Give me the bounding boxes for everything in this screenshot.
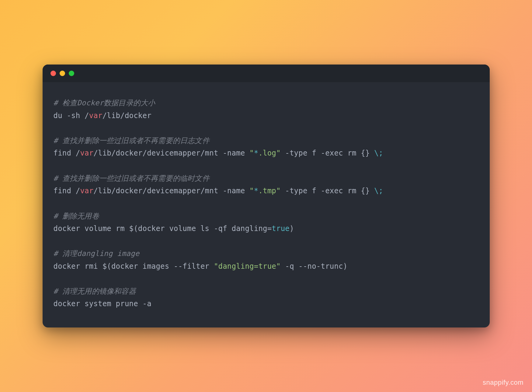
code-text: docker volume ls -qf dangling= (138, 224, 272, 233)
code-text: docker rmi (54, 262, 103, 271)
code-text: docker system prune -a (54, 299, 151, 308)
code-text: -type f -exec rm {} (281, 149, 374, 157)
code-comment: # 清理无用的镜像和容器 (54, 287, 136, 296)
code-text: find / (54, 149, 80, 157)
code-text: -q --no-trunc (281, 262, 343, 271)
code-var: var (80, 149, 93, 157)
code-paren: $( (129, 224, 138, 233)
close-icon[interactable] (50, 71, 56, 76)
minimize-icon[interactable] (60, 71, 65, 76)
code-text: -type f -exec rm {} (281, 187, 374, 195)
code-text: docker volume rm (54, 224, 129, 233)
code-var: var (80, 187, 93, 195)
window-titlebar (43, 65, 490, 82)
code-comment: # 查找并删除一些过旧或者不再需要的临时文件 (54, 174, 210, 183)
code-comment: # 查找并删除一些过旧或者不再需要的日志文件 (54, 136, 210, 145)
maximize-icon[interactable] (69, 71, 74, 76)
code-text: find / (54, 187, 80, 195)
code-string: * (254, 187, 259, 195)
code-string: " (249, 149, 254, 157)
code-text: docker images --filter (111, 262, 214, 271)
code-string: " (249, 187, 254, 195)
code-text: /lib/docker/devicemapper/mnt -name (93, 187, 249, 195)
code-string: .tmp" (258, 187, 280, 195)
code-paren: ) (290, 224, 294, 233)
code-block: # 检查Docker数据目录的大小 du -sh /var/lib/docker… (43, 82, 490, 327)
code-window: # 检查Docker数据目录的大小 du -sh /var/lib/docker… (43, 65, 490, 327)
code-escape: \; (374, 149, 383, 157)
code-escape: \; (374, 187, 383, 195)
code-paren: $( (103, 262, 111, 271)
code-paren: ) (343, 262, 348, 271)
code-comment: # 检查Docker数据目录的大小 (54, 99, 155, 107)
code-comment: # 清理dangling image (54, 249, 140, 258)
code-string: * (254, 149, 259, 157)
watermark-text: snappify.com (483, 379, 523, 387)
code-string: "dangling=true" (214, 262, 281, 271)
code-text: du -sh / (54, 111, 89, 120)
code-string: .log" (258, 149, 280, 157)
code-comment: # 删除无用卷 (54, 212, 99, 220)
code-text: /lib/docker/devicemapper/mnt -name (93, 149, 249, 157)
code-text: /lib/docker (103, 111, 151, 120)
code-var: var (89, 111, 103, 120)
code-keyword: true (272, 224, 290, 233)
